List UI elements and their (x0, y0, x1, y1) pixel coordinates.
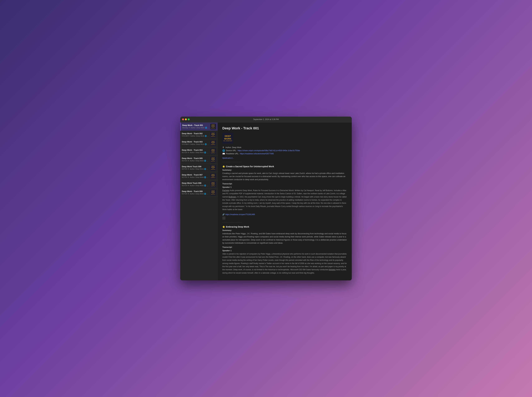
sidebar: Deep Work - Track 001 Monday 🎙 Author: D… (180, 123, 218, 280)
sidebar-item-track-005[interactable]: Deep Work - Track 005 8/27/24 🎙 Author: … (180, 155, 218, 164)
sidebar-item-info: Deep Work - Track 005 8/27/24 🎙 Author: … (182, 157, 209, 162)
tags-row: #podcasts #... (222, 156, 347, 159)
sidebar-item-meta: 8/27/24 🎙 Author: Deep Work 🌐 So... (182, 160, 209, 162)
section-1-transcript-label: Transcript: (222, 183, 347, 185)
sidebar-item-info: Deep Work - Track 007 8/27/24 🎙 Author: … (182, 174, 209, 178)
sidebar-thumb: DEEP WORK CAL NEWPORT (210, 182, 216, 187)
maximize-button[interactable] (188, 118, 190, 120)
sidebar-item-track-007[interactable]: Deep Work - Track 007 8/27/24 🎙 Author: … (180, 172, 218, 180)
sidebar-thumb: DEEP WORK CAL NEWPORT (210, 124, 216, 129)
readwise-label: Readwise URL: (226, 153, 239, 155)
sidebar-item-info: Deep Work - Track 009 8/27/24 🎙 Author: … (182, 190, 209, 195)
content-title: Deep Work - Track 001 (222, 126, 347, 130)
sidebar-item-meta: 8/27/24 🎙 Author: Deep Work 🌐 So... (182, 193, 209, 195)
sidebar-thumb: DEEP WORK CAL NEWPORT (210, 157, 216, 162)
author-row: 🎙 Author: Deep Work (222, 146, 347, 149)
divider-2: ------------------------- (222, 221, 347, 223)
sidebar-item-meta: 8/27/24 🎙 Author: Deep Work 🌐 So... (182, 151, 209, 154)
source-label: Source URL: (226, 149, 237, 152)
sidebar-item-meta: 8/27/24 🎙 Author: Deep Work 🌐 So... (182, 185, 209, 186)
section-2-transcript-label: Transcript: (222, 246, 347, 248)
window-time: September 2, 2024 at 3:36 PM (253, 118, 279, 120)
sidebar-item-title: Deep Work - Track 009 (182, 190, 209, 192)
sidebar-item-info: Deep Work - Track 002 9:53 AM 🎙 Author: … (182, 132, 209, 137)
traffic-lights (182, 118, 190, 120)
album-art: DEEPWORK CAL NEWPORT (222, 133, 233, 144)
minimize-button[interactable] (185, 118, 187, 120)
section-1-summary-label: Summary: (222, 169, 347, 171)
section-2-speaker-label: Speaker 1 (222, 249, 347, 252)
sidebar-thumb: DEEP WORK CAL NEWPORT (210, 165, 216, 171)
sidebar-item-title: Deep Work - Track 005 (182, 157, 209, 160)
section-1-heading: ⭐ Create a Sacred Space for Uninterrupte… (222, 165, 347, 168)
readwise-row: 📖 Readwise URL: https://readwise.io/book… (222, 152, 347, 155)
sidebar-thumb: DEEP WORK CAL NEWPORT (210, 173, 216, 179)
sidebar-item-track-006[interactable]: Deep Work Track 006 8/27/24 🎙 Author: De… (180, 164, 218, 172)
author-icon: 🎙 (222, 146, 225, 149)
section-1-speaker-label: Speaker 1 (222, 186, 347, 188)
content-panel: Deep Work - Track 001 DEEPWORK CAL NEWPO… (218, 123, 352, 280)
section-2-summary: Individuals like Peter Higgs, J.K. Rowli… (222, 232, 347, 245)
source-link[interactable]: https://share.snipd.com/episode/58bc7dd2… (238, 149, 300, 152)
sidebar-item-title: Deep Work - Track 001 (182, 124, 209, 126)
author-text: Author: Deep Work (225, 146, 241, 149)
sidebar-item-track-003[interactable]: Deep Work - Track 003 9:53 AM 🎙 Author: … (180, 139, 218, 147)
section-1-summary: Creating a sacred and private space for … (222, 172, 347, 181)
sidebar-item-track-001[interactable]: Deep Work - Track 001 Monday 🎙 Author: D… (180, 123, 218, 131)
tags[interactable]: #podcasts #... (222, 157, 234, 159)
link-icon: 🔗 (222, 213, 225, 216)
sidebar-item-info: Deep Work Track 008 8/27/24 🎙 Author: De… (182, 182, 209, 186)
sidebar-item-meta: 9:53 AM 🎙 Author: Deep Work 🌐 So... (182, 143, 209, 145)
section-1-title: Create a Sacred Space for Uninterrupted … (226, 165, 274, 168)
sidebar-item-track-008[interactable]: Deep Work Track 008 8/27/24 🎙 Author: De… (180, 180, 218, 189)
source-row: 🌐 Source URL: https://share.snipd.com/ep… (222, 149, 347, 152)
sidebar-thumb: DEEP WORK CAL NEWPORT (210, 190, 216, 195)
sidebar-item-title: Deep Work Track 008 (182, 182, 209, 184)
readwise-meta-link[interactable]: https://readwise.io/bookreview/42677085 (240, 153, 274, 155)
section-2-title: Embracing Deep Work (226, 226, 249, 228)
close-button[interactable] (182, 118, 184, 120)
sidebar-item-title: Deep Work Track 006 (182, 166, 209, 168)
sidebar-item-title: Deep Work - Track 003 (182, 141, 209, 143)
sidebar-item-title: Deep Work - Track 004 (182, 149, 209, 151)
star-icon-1: ⭐ (222, 165, 225, 168)
sidebar-item-meta: 8/27/24 🎙 Author: Deep Work 🌐 So... (182, 168, 209, 170)
sidebar-item-title: Deep Work - Track 007 (182, 174, 209, 176)
sidebar-item-title: Deep Work - Track 002 (182, 132, 209, 135)
sidebar-item-meta: 8/27/24 🎙 Author: Deep Work 🌐 So... (182, 176, 209, 178)
sidebar-thumb: DEEP WORK CAL NEWPORT (210, 140, 216, 146)
section-2-heading: ⭐ Embracing Deep Work (222, 226, 347, 228)
main-content: Deep Work - Track 001 Monday 🎙 Author: D… (180, 123, 352, 280)
sidebar-item-meta: 9:53 AM 🎙 Author: Deep Work 🌐 So... (182, 135, 209, 137)
app-window: September 2, 2024 at 3:36 PM Deep Work -… (180, 117, 352, 280)
sidebar-item-meta: Monday 🎙 Author: Deep Work 🌐 So... (182, 127, 209, 129)
sidebar-item-info: Deep Work - Track 004 8/27/24 🎙 Author: … (182, 149, 209, 154)
sidebar-thumb: DEEP WORK CAL NEWPORT (210, 132, 216, 138)
sidebar-item-track-009[interactable]: Deep Work - Track 009 8/27/24 🎙 Author: … (180, 189, 218, 197)
sidebar-item-info: Deep Work - Track 003 9:53 AM 🎙 Author: … (182, 141, 209, 145)
sidebar-item-info: Deep Work Track 006 8/27/24 🎙 Author: De… (182, 166, 209, 170)
divider-1: ------------------------- (222, 161, 347, 163)
star-icon-2: ⭐ (222, 226, 225, 228)
readwise-open-link[interactable]: 🔗 https://readwise.io/open/751081486 (222, 213, 347, 216)
image-placeholder (222, 217, 225, 220)
sidebar-item-track-004[interactable]: Deep Work - Track 004 8/27/24 🎙 Author: … (180, 147, 218, 155)
sidebar-item-info: Deep Work - Track 001 Monday 🎙 Author: D… (182, 124, 209, 129)
section-1-transcript: Pachete Audio presents Deep Work, Rules … (222, 189, 347, 211)
sidebar-thumb: DEEP WORK CAL NEWPORT (210, 149, 216, 154)
source-icon: 🌐 (222, 149, 225, 152)
section-2-summary-label: Summary: (222, 229, 347, 231)
readwise-icon: 📖 (222, 152, 225, 155)
window-titlebar: September 2, 2024 at 3:36 PM (180, 117, 352, 123)
sidebar-item-track-002[interactable]: Deep Work - Track 002 9:53 AM 🎙 Author: … (180, 131, 218, 139)
section-2-transcript: Allen is joined in his rejection of comp… (222, 252, 347, 275)
